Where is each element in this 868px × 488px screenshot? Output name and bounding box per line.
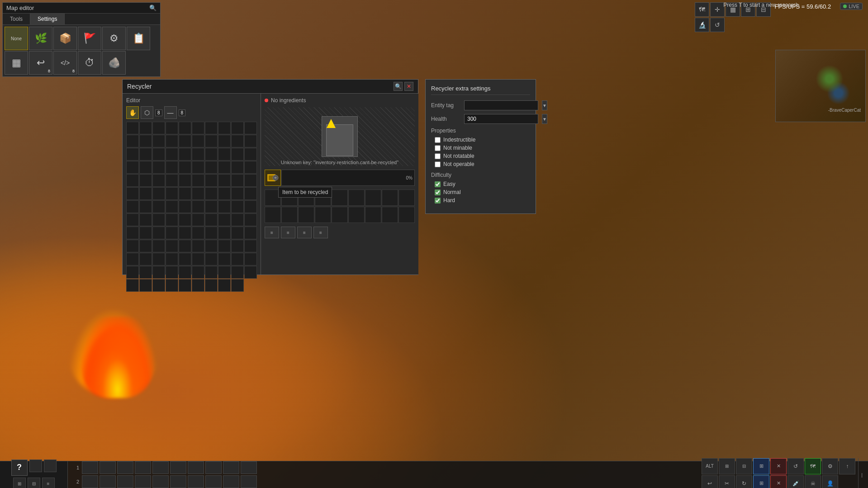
health-dropdown-btn[interactable]: ▼	[542, 114, 547, 124]
inv-slot[interactable]	[192, 148, 204, 161]
inv-slot[interactable]	[205, 253, 218, 265]
inv-slot[interactable]	[166, 213, 178, 226]
output-slot-10[interactable]	[265, 207, 281, 223]
inv-slot[interactable]	[152, 279, 165, 292]
machine-btn-3[interactable]: ≡	[297, 227, 312, 238]
tool-chest[interactable]: 📦	[53, 27, 77, 50]
inv-slot[interactable]	[126, 187, 139, 200]
inv-slot[interactable]	[139, 187, 152, 200]
inv-slot[interactable]	[179, 135, 191, 147]
inv-slot[interactable]	[231, 213, 244, 226]
inv-slot[interactable]	[231, 227, 244, 239]
inv-slot[interactable]	[244, 240, 257, 252]
inv-slot[interactable]	[179, 266, 191, 279]
easy-checkbox[interactable]	[435, 181, 441, 187]
inv-slot[interactable]	[152, 213, 165, 226]
tool-undo[interactable]: ↩ 8	[29, 51, 52, 75]
inv-slot[interactable]	[205, 200, 218, 213]
inv-slot[interactable]	[179, 187, 191, 200]
output-slot-1[interactable]	[265, 190, 281, 206]
inv-slot[interactable]	[139, 174, 152, 187]
inv-slot[interactable]	[152, 266, 165, 279]
inv-slot[interactable]	[179, 253, 191, 265]
output-slot-13[interactable]	[315, 207, 331, 223]
action-btn-1[interactable]: ↺	[787, 458, 804, 474]
refresh-icon-btn[interactable]: ↺	[710, 18, 725, 32]
inv-slot[interactable]	[244, 148, 257, 161]
weapon-slot-1[interactable]	[29, 460, 42, 472]
person-btn[interactable]: 👤	[822, 475, 838, 488]
indestructible-checkbox[interactable]	[435, 137, 441, 143]
inv-slot[interactable]	[192, 227, 204, 239]
machine-btn-4[interactable]: ≡	[313, 227, 328, 238]
output-slot-16[interactable]	[365, 207, 381, 223]
inv-slot[interactable]	[244, 174, 257, 187]
inv-slot[interactable]	[192, 213, 204, 226]
inv-slot[interactable]	[126, 213, 139, 226]
inv-slot[interactable]	[205, 148, 218, 161]
output-slot-18[interactable]	[398, 207, 415, 223]
hotbar-2-slot-2[interactable]	[100, 475, 116, 488]
inv-slot[interactable]	[231, 266, 244, 279]
output-slot-11[interactable]	[281, 207, 298, 223]
inv-slot[interactable]	[244, 227, 257, 239]
inv-slot[interactable]	[192, 135, 204, 147]
bottom-icon-2[interactable]: ⊟	[28, 478, 40, 488]
inv-slot[interactable]	[166, 240, 178, 252]
inv-slot[interactable]	[231, 161, 244, 174]
tool-rock[interactable]: 🪨	[102, 51, 126, 75]
inv-slot[interactable]	[231, 148, 244, 161]
not-rotatable-checkbox[interactable]	[435, 153, 441, 159]
inv-slot[interactable]	[192, 200, 204, 213]
not-minable-checkbox[interactable]	[435, 145, 441, 151]
hotbar-2-slot-7[interactable]	[188, 475, 204, 488]
hotbar-2-slot-1[interactable]	[82, 475, 98, 488]
inv-slot[interactable]	[218, 187, 231, 200]
editor-picker-tool[interactable]: —	[164, 106, 177, 119]
inv-slot[interactable]	[139, 135, 152, 147]
rotate-btn[interactable]: ↻	[736, 475, 752, 488]
hotbar-1-slot-4[interactable]	[135, 461, 151, 474]
inv-slot[interactable]	[139, 200, 152, 213]
inv-slot[interactable]	[126, 279, 139, 292]
tab-settings[interactable]: Settings	[30, 14, 65, 24]
inv-slot[interactable]	[218, 161, 231, 174]
hotbar-1-slot-2[interactable]	[100, 461, 116, 474]
normal-checkbox[interactable]	[435, 190, 441, 195]
inv-slot[interactable]	[244, 200, 257, 213]
hotbar-2-slot-10[interactable]	[241, 475, 257, 488]
inv-slot[interactable]	[152, 227, 165, 239]
inv-slot[interactable]	[192, 279, 204, 292]
map-toggle-btn[interactable]: 🗺	[805, 458, 821, 474]
inv-slot[interactable]	[152, 253, 165, 265]
inv-slot[interactable]	[152, 135, 165, 147]
inv-slot[interactable]	[231, 135, 244, 147]
inv-slot[interactable]	[205, 122, 218, 134]
inv-slot[interactable]	[139, 279, 152, 292]
inv-slot[interactable]	[218, 200, 231, 213]
inv-slot[interactable]	[139, 266, 152, 279]
inv-slot[interactable]	[218, 240, 231, 252]
inv-slot[interactable]	[139, 161, 152, 174]
inv-slot[interactable]	[244, 135, 257, 147]
inv-slot[interactable]	[166, 135, 178, 147]
inv-slot[interactable]	[192, 240, 204, 252]
tool-flag[interactable]: 🚩	[78, 27, 101, 50]
inv-slot[interactable]	[126, 200, 139, 213]
tool-code[interactable]: </> 8	[53, 51, 77, 75]
editor-brush-tool[interactable]: ⬡	[141, 106, 153, 119]
hotbar-1-slot-8[interactable]	[205, 461, 222, 474]
inv-slot[interactable]	[139, 253, 152, 265]
output-slot-2[interactable]	[281, 190, 298, 206]
inv-slot[interactable]	[166, 161, 178, 174]
inv-slot[interactable]	[205, 174, 218, 187]
inv-slot[interactable]	[192, 253, 204, 265]
output-slot-12[interactable]	[298, 207, 314, 223]
output-slot-9[interactable]	[398, 190, 415, 206]
connect-blue-btn[interactable]: ⊞	[753, 458, 769, 474]
hotbar-1-slot-5[interactable]	[152, 461, 169, 474]
hotbar-1-slot-7[interactable]	[188, 461, 204, 474]
back-btn[interactable]: ↩	[702, 475, 718, 488]
inv-slot[interactable]	[192, 187, 204, 200]
entity-tag-dropdown-btn[interactable]: ▼	[542, 100, 547, 110]
